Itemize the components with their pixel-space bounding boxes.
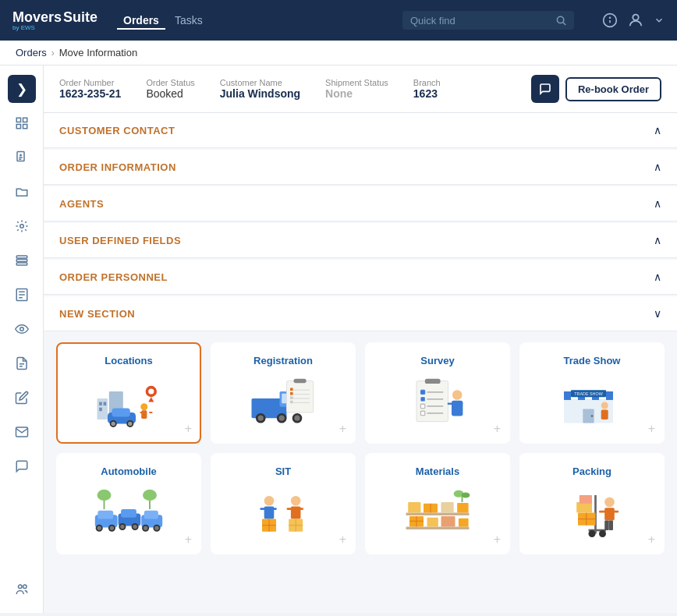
sidebar-icon-mail[interactable]	[8, 418, 36, 446]
card-locations[interactable]: Locations	[56, 342, 201, 444]
sidebar-icon-folder[interactable]	[8, 178, 36, 206]
card-materials[interactable]: Materials	[365, 453, 510, 554]
sidebar-icon-edit[interactable]	[8, 384, 36, 412]
sidebar-icon-book[interactable]	[8, 281, 36, 309]
svg-point-39	[112, 422, 115, 426]
card-sit-plus[interactable]: +	[339, 533, 346, 547]
sidebar-icon-list[interactable]	[8, 246, 36, 274]
card-locations-illustration	[69, 373, 189, 431]
svg-rect-11	[23, 125, 27, 129]
section-new-section-chevron: ∨	[654, 307, 661, 320]
card-trade-show-plus[interactable]: +	[648, 422, 655, 436]
card-survey-plus[interactable]: +	[494, 422, 501, 436]
section-customer-contact[interactable]: CUSTOMER CONTACT ∧	[44, 113, 677, 148]
header-actions: Re-book Order	[531, 75, 661, 103]
card-locations-title: Locations	[105, 355, 152, 366]
card-packing[interactable]: Packing	[519, 453, 665, 554]
order-number-label: Order Number	[59, 78, 121, 87]
search-input[interactable]	[410, 15, 551, 27]
nav-right-icons	[602, 12, 665, 29]
svg-point-108	[133, 525, 136, 529]
svg-point-53	[258, 416, 264, 421]
svg-rect-20	[16, 260, 27, 262]
svg-rect-37	[112, 409, 129, 417]
info-button[interactable]	[602, 12, 618, 28]
svg-rect-69	[425, 379, 441, 384]
card-materials-illustration	[377, 483, 498, 542]
card-survey[interactable]: Survey	[365, 342, 510, 444]
service-cards-grid: Locations	[44, 331, 677, 565]
sidebar-icon-settings[interactable]	[8, 212, 36, 240]
section-agents-chevron: ∧	[654, 197, 661, 210]
section-order-personnel[interactable]: ORDER PERSONNEL ∧	[44, 260, 677, 295]
breadcrumb: Orders › Move Information	[0, 41, 677, 65]
card-packing-plus[interactable]: +	[648, 533, 655, 547]
svg-rect-160	[599, 511, 606, 513]
dropdown-arrow[interactable]	[654, 15, 665, 26]
svg-point-158	[604, 497, 615, 508]
svg-rect-145	[457, 503, 468, 513]
svg-rect-44	[140, 412, 144, 413]
svg-point-57	[294, 416, 300, 421]
message-icon-button[interactable]	[531, 75, 559, 103]
svg-rect-10	[23, 118, 27, 122]
section-customer-contact-chevron: ∧	[654, 124, 661, 136]
card-automobile-plus[interactable]: +	[185, 533, 192, 547]
nav-tasks[interactable]: Tasks	[168, 11, 209, 30]
svg-rect-65	[290, 392, 293, 395]
section-agents[interactable]: AGENTS ∧	[44, 186, 677, 221]
order-status-value: Booked	[146, 87, 194, 100]
card-sit[interactable]: SIT	[211, 453, 356, 554]
section-order-information[interactable]: ORDER INFORMATION ∧	[44, 150, 677, 185]
svg-rect-35	[99, 408, 102, 412]
breadcrumb-orders-link[interactable]: Orders	[16, 47, 47, 58]
svg-rect-72	[420, 397, 424, 401]
sidebar-icon-doc[interactable]	[8, 349, 36, 377]
svg-point-26	[19, 327, 23, 331]
rebook-order-button[interactable]: Re-book Order	[565, 77, 661, 101]
sidebar-icon-eye[interactable]	[8, 315, 36, 343]
sidebar-icon-chevron[interactable]: ❯	[8, 75, 36, 103]
card-locations-plus[interactable]: +	[185, 422, 192, 436]
top-navigation: Movers Suite by EWS Orders Tasks	[0, 0, 677, 41]
svg-rect-84	[564, 391, 571, 400]
search-bar	[402, 11, 574, 30]
card-registration-plus[interactable]: +	[339, 422, 346, 436]
card-automobile[interactable]: Automobile	[56, 453, 201, 554]
card-materials-plus[interactable]: +	[494, 533, 501, 547]
breadcrumb-current: Move Information	[59, 47, 137, 58]
customer-name-field: Customer Name Julia Windsong	[220, 78, 300, 100]
sidebar-icon-doc-plus[interactable]	[8, 143, 36, 172]
svg-rect-98	[97, 511, 113, 519]
svg-rect-34	[104, 402, 107, 406]
customer-name-label: Customer Name	[220, 78, 300, 87]
sidebar-icon-chart[interactable]	[8, 109, 36, 137]
card-registration-title: Registration	[253, 355, 313, 366]
user-menu-button[interactable]	[627, 12, 644, 29]
branch-value: 1623	[413, 87, 441, 100]
card-registration[interactable]: Registration	[211, 342, 356, 444]
sidebar-icon-people[interactable]	[8, 575, 36, 604]
svg-rect-96	[601, 409, 608, 420]
svg-rect-162	[604, 520, 608, 530]
section-user-defined-chevron: ∧	[654, 234, 661, 246]
section-new-section[interactable]: NEW SECTION ∨	[44, 296, 677, 331]
section-customer-contact-title: CUSTOMER CONTACT	[59, 125, 175, 136]
nav-orders[interactable]: Orders	[117, 11, 165, 30]
svg-rect-76	[420, 411, 424, 415]
svg-point-118	[143, 490, 157, 501]
main-nav: Orders Tasks	[117, 11, 209, 30]
section-new-section-title: NEW SECTION	[59, 308, 135, 320]
card-trade-show[interactable]: Trade Show	[519, 342, 665, 444]
card-registration-illustration	[223, 373, 343, 431]
section-user-defined-fields[interactable]: USER DEFINED FIELDS ∧	[44, 223, 677, 258]
order-number-value: 1623-235-21	[59, 87, 121, 100]
svg-rect-161	[611, 511, 619, 513]
sidebar-icon-chat[interactable]	[8, 452, 36, 480]
svg-rect-19	[16, 256, 27, 258]
card-trade-show-illustration: TRADE SHOW	[532, 373, 652, 431]
svg-rect-90	[606, 391, 613, 400]
svg-rect-144	[441, 502, 454, 513]
card-survey-illustration	[377, 373, 498, 431]
card-automobile-illustration	[69, 483, 189, 542]
